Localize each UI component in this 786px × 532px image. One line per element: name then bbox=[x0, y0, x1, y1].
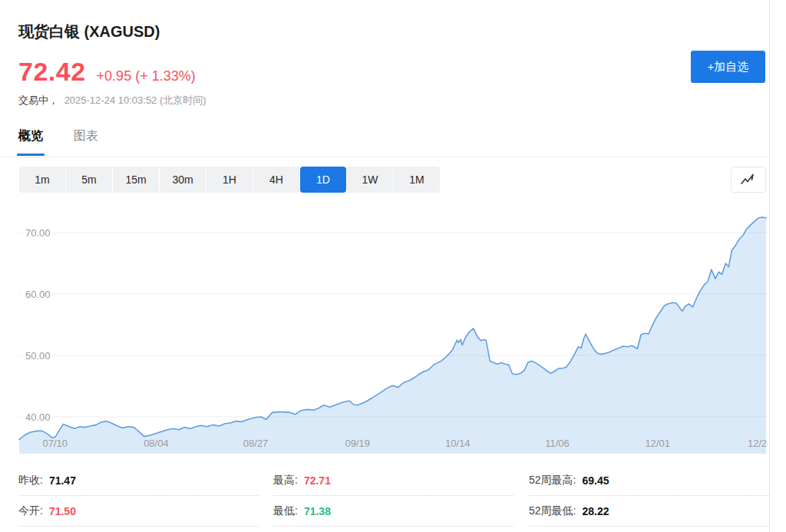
stat-column: 最高:72.71最低:71.38 bbox=[273, 465, 514, 527]
x-axis-labels: 07/1008/0408/2709/1910/1411/0612/0112/24 bbox=[19, 438, 768, 453]
stat-row: 最低:71.38 bbox=[273, 496, 514, 527]
x-tick-label: 11/06 bbox=[519, 438, 596, 449]
chart-style-button[interactable] bbox=[731, 167, 766, 193]
trading-status-label: 交易中， bbox=[18, 94, 58, 106]
x-tick-label: 10/14 bbox=[419, 438, 496, 449]
stat-value: 71.38 bbox=[304, 505, 331, 517]
trend-line-icon bbox=[739, 173, 758, 187]
tab-chart[interactable]: 图表 bbox=[74, 128, 98, 156]
stat-label: 52周最高: bbox=[529, 474, 576, 487]
stat-label: 昨收: bbox=[18, 474, 43, 487]
timeframe-1w[interactable]: 1W bbox=[347, 167, 393, 193]
tab-overview[interactable]: 概览 bbox=[18, 128, 43, 156]
active-tab-underline bbox=[17, 154, 45, 156]
stat-value: 28.22 bbox=[582, 505, 609, 517]
stat-column: 52周最高:69.4552周最低:28.22 bbox=[529, 465, 769, 527]
price-block: 72.42 +0.95 (+ 1.33%) bbox=[18, 57, 196, 87]
stat-value: 71.50 bbox=[49, 505, 76, 517]
stat-row: 昨收:71.47 bbox=[18, 465, 259, 496]
timeframe-1d[interactable]: 1D bbox=[300, 167, 346, 193]
quote-timestamp: 2025-12-24 10:03:52 (北京时间) bbox=[64, 94, 206, 106]
stat-label: 最低: bbox=[273, 504, 298, 518]
stat-value: 72.71 bbox=[304, 474, 331, 487]
stat-row: 52周最低:28.22 bbox=[529, 496, 769, 527]
x-tick-label: 07/10 bbox=[19, 438, 94, 449]
x-tick-label: 12/01 bbox=[619, 438, 696, 449]
area-chart-canvas[interactable] bbox=[0, 203, 786, 454]
timeframe-30m[interactable]: 30m bbox=[160, 167, 206, 193]
timeframe-1h[interactable]: 1H bbox=[206, 167, 253, 193]
timeframe-15m[interactable]: 15m bbox=[113, 167, 159, 193]
stat-row: 52周最高:69.45 bbox=[529, 465, 769, 496]
stat-label: 52周最低: bbox=[529, 504, 576, 518]
price-chart[interactable]: 70.0060.0050.0040.00 07/1008/0408/2709/1… bbox=[0, 203, 786, 454]
y-tick-label: 60.00 bbox=[23, 289, 53, 300]
x-tick-label: 09/19 bbox=[319, 438, 396, 449]
price-change: +0.95 (+ 1.33%) bbox=[97, 68, 196, 84]
stat-value: 71.47 bbox=[49, 474, 76, 487]
timeframe-1m[interactable]: 1M bbox=[394, 167, 440, 193]
timeframe-1m[interactable]: 1m bbox=[19, 167, 65, 193]
x-tick-label: 08/04 bbox=[117, 438, 194, 449]
y-tick-label: 50.00 bbox=[23, 350, 53, 362]
timeframe-selector: 1m5m15m30m1H4H1D1W1M bbox=[19, 167, 440, 193]
market-status: 交易中， 2025-12-24 10:03:52 (北京时间) bbox=[18, 94, 206, 107]
page-title: 现货白银 (XAGUSD) bbox=[18, 21, 160, 42]
last-price: 72.42 bbox=[18, 57, 86, 87]
y-tick-label: 70.00 bbox=[23, 227, 53, 239]
page-right-divider bbox=[769, 0, 770, 532]
x-tick-label: 08/27 bbox=[217, 438, 294, 449]
stat-label: 今开: bbox=[18, 504, 43, 518]
view-tabs: 概览图表 bbox=[18, 128, 129, 156]
stat-row: 最高:72.71 bbox=[273, 465, 514, 496]
tabs-divider bbox=[0, 157, 769, 157]
timeframe-4h[interactable]: 4H bbox=[253, 167, 299, 193]
stat-row: 今开:71.50 bbox=[18, 496, 259, 527]
y-tick-label: 40.00 bbox=[23, 411, 53, 423]
stat-column: 昨收:71.47今开:71.50 bbox=[18, 465, 259, 527]
stat-label: 最高: bbox=[273, 474, 298, 487]
x-tick-label: 12/24 bbox=[722, 438, 768, 449]
add-watchlist-button[interactable]: +加自选 bbox=[691, 51, 765, 83]
timeframe-5m[interactable]: 5m bbox=[66, 167, 112, 193]
stat-value: 69.45 bbox=[582, 474, 609, 487]
